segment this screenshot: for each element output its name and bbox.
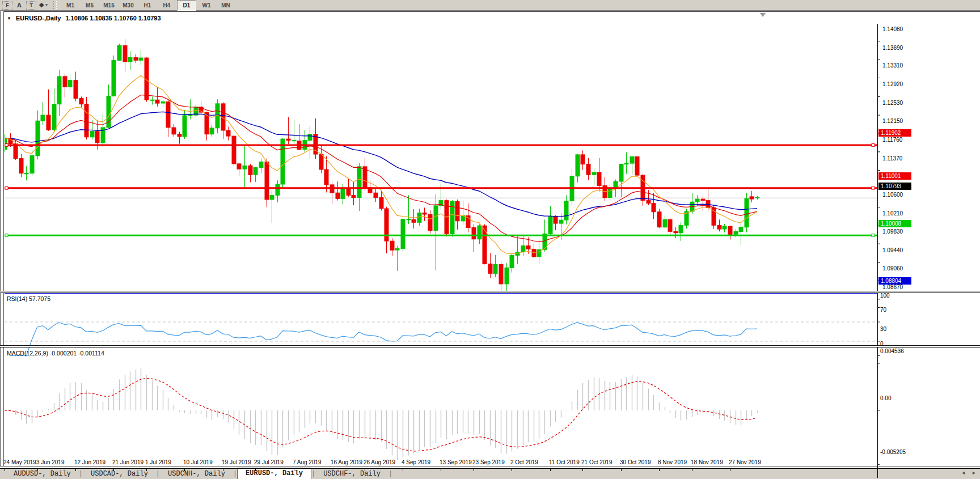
date-axis-label[interactable]: 11 Oct 2019 bbox=[549, 459, 580, 465]
price-tick-label: 1.09830 bbox=[882, 228, 903, 235]
label-icon[interactable]: T bbox=[26, 1, 36, 10]
chart-canvas[interactable] bbox=[0, 12, 980, 479]
tab-scroll-buttons: ◄ ► bbox=[961, 469, 977, 476]
date-axis-label[interactable]: 1 Jul 2019 bbox=[145, 459, 171, 465]
timeframe-button-m5[interactable]: M5 bbox=[81, 1, 99, 10]
date-axis-label[interactable]: 10 Jul 2019 bbox=[183, 459, 213, 465]
shapes-icon[interactable]: ❖▾ bbox=[37, 1, 49, 10]
timeframe-button-m30[interactable]: M30 bbox=[119, 1, 137, 10]
timeframe-button-m1[interactable]: M1 bbox=[61, 1, 79, 10]
price-tick-label: 1.10210 bbox=[882, 210, 903, 217]
price-tick-label: 1.13690 bbox=[882, 45, 903, 51]
date-axis-label[interactable]: 23 Sep 2019 bbox=[472, 459, 505, 465]
mt4-application: FAT❖▾M1M5M15M30H1H4D1W1MN ▼ EURUSD-,Dail… bbox=[0, 0, 980, 479]
window-left-border bbox=[0, 11, 4, 466]
chart-ohlc-values: 1.10806 1.10835 1.10760 1.10793 bbox=[65, 15, 160, 22]
pane-divider-rsi[interactable] bbox=[0, 291, 980, 293]
rsi-indicator-label: RSI(14) 57.7075 bbox=[7, 295, 50, 302]
level-price-label[interactable]: 1.11902 bbox=[878, 129, 911, 137]
moving-average-line bbox=[5, 95, 757, 242]
line-handle[interactable] bbox=[5, 186, 8, 189]
price-tick-label: 1.11370 bbox=[882, 155, 902, 162]
date-axis-label[interactable]: 27 Nov 2019 bbox=[729, 459, 761, 465]
level-price-label[interactable]: 1.08804 bbox=[878, 277, 911, 285]
price-tick-label: 1.14080 bbox=[882, 26, 903, 32]
price-tick-label: 1.13310 bbox=[882, 62, 903, 69]
fibonacci-icon[interactable]: F bbox=[2, 1, 12, 10]
date-axis-label[interactable]: 2 Oct 2019 bbox=[510, 459, 538, 465]
price-tick-label: 1.12530 bbox=[882, 100, 903, 106]
current-price-label: 1.10793 bbox=[878, 183, 911, 190]
toolbar: FAT❖▾M1M5M15M30H1H4D1W1MN bbox=[0, 0, 980, 11]
date-axis-label[interactable]: 16 Aug 2019 bbox=[331, 459, 362, 465]
date-axis-label[interactable]: 21 Jun 2019 bbox=[112, 459, 143, 465]
date-axis-label[interactable]: 13 Sep 2019 bbox=[440, 459, 472, 465]
rsi-line bbox=[10, 323, 757, 356]
line-handle[interactable] bbox=[5, 143, 8, 146]
tab-scroll-right-icon[interactable]: ► bbox=[971, 469, 977, 476]
price-tick-label: 1.09060 bbox=[882, 265, 903, 272]
macd-tick-label: 0.004536 bbox=[880, 348, 904, 354]
macd-indicator-label: MACD(12,26,9) -0.000201 -0.001114 bbox=[7, 350, 104, 357]
line-handle[interactable] bbox=[872, 143, 875, 146]
date-axis-label[interactable]: 24 May 2019 bbox=[3, 459, 36, 465]
date-axis-label[interactable]: 7 Aug 2019 bbox=[293, 459, 322, 465]
macd-pane[interactable] bbox=[5, 368, 758, 460]
date-axis-label[interactable]: 19 Jul 2019 bbox=[222, 459, 251, 465]
price-tick-label: 1.12150 bbox=[882, 118, 903, 124]
price-tick-label: 1.11760 bbox=[882, 137, 902, 143]
date-axis-label[interactable]: 30 Oct 2019 bbox=[620, 459, 650, 465]
macd-tick-label: -0.005205 bbox=[880, 449, 906, 455]
date-axis-label[interactable]: 4 Sep 2019 bbox=[402, 459, 430, 465]
price-tick-label: 1.08670 bbox=[882, 284, 903, 290]
date-axis-label[interactable]: 29 Jul 2019 bbox=[254, 459, 284, 465]
collapse-arrow-icon[interactable]: ▼ bbox=[7, 16, 11, 21]
price-tick-label: 1.09440 bbox=[882, 247, 903, 253]
macd-signal-line bbox=[5, 379, 757, 451]
chart-title[interactable]: ▼ EURUSD-,Daily 1.10806 1.10835 1.10760 … bbox=[7, 15, 161, 22]
price-tick-label: 1.12920 bbox=[882, 81, 903, 87]
level-price-label[interactable]: 1.11001 bbox=[878, 172, 911, 180]
main-price-pane[interactable] bbox=[3, 39, 877, 293]
timeframe-button-mn[interactable]: MN bbox=[217, 1, 235, 10]
moving-average-line bbox=[5, 75, 757, 253]
chart-window bbox=[0, 11, 980, 467]
line-handle[interactable] bbox=[872, 234, 875, 237]
toolbar-grip[interactable] bbox=[53, 1, 57, 9]
dropdown-arrow-icon[interactable]: ▾ bbox=[45, 3, 48, 7]
macd-tick-label: 0.00 bbox=[880, 395, 891, 401]
chart-shift-marker-icon[interactable] bbox=[760, 13, 766, 17]
timeframe-button-h1[interactable]: H1 bbox=[138, 1, 157, 10]
timeframe-button-h4[interactable]: H4 bbox=[158, 1, 176, 10]
pane-divider-macd[interactable] bbox=[0, 345, 980, 347]
date-axis-label[interactable]: 8 Nov 2019 bbox=[658, 459, 687, 465]
timeframe-button-m15[interactable]: M15 bbox=[100, 1, 118, 10]
line-handle[interactable] bbox=[872, 186, 875, 189]
chart-symbol-label: EURUSD-,Daily bbox=[16, 15, 61, 22]
text-icon[interactable]: A bbox=[14, 1, 25, 10]
tab-scroll-left-icon[interactable]: ◄ bbox=[961, 469, 966, 476]
date-axis-label[interactable]: 18 Nov 2019 bbox=[691, 459, 723, 465]
date-axis-label[interactable]: 3 Jun 2019 bbox=[36, 459, 65, 465]
timeframe-button-w1[interactable]: W1 bbox=[197, 1, 216, 10]
line-handle[interactable] bbox=[5, 234, 8, 237]
rsi-tick-label: 100 bbox=[880, 293, 890, 299]
date-axis-label[interactable]: 12 Jun 2019 bbox=[74, 459, 105, 465]
date-axis-label[interactable]: 26 Aug 2019 bbox=[364, 459, 395, 465]
rsi-tick-label: 30 bbox=[880, 326, 886, 332]
rsi-tick-label: 70 bbox=[880, 307, 886, 313]
timeframe-button-d1[interactable]: D1 bbox=[177, 0, 196, 11]
date-axis-label[interactable]: 21 Oct 2019 bbox=[581, 459, 612, 465]
price-tick-label: 1.10600 bbox=[882, 192, 903, 198]
rsi-pane[interactable] bbox=[5, 322, 877, 356]
level-price-label[interactable]: 1.10008 bbox=[878, 220, 911, 227]
